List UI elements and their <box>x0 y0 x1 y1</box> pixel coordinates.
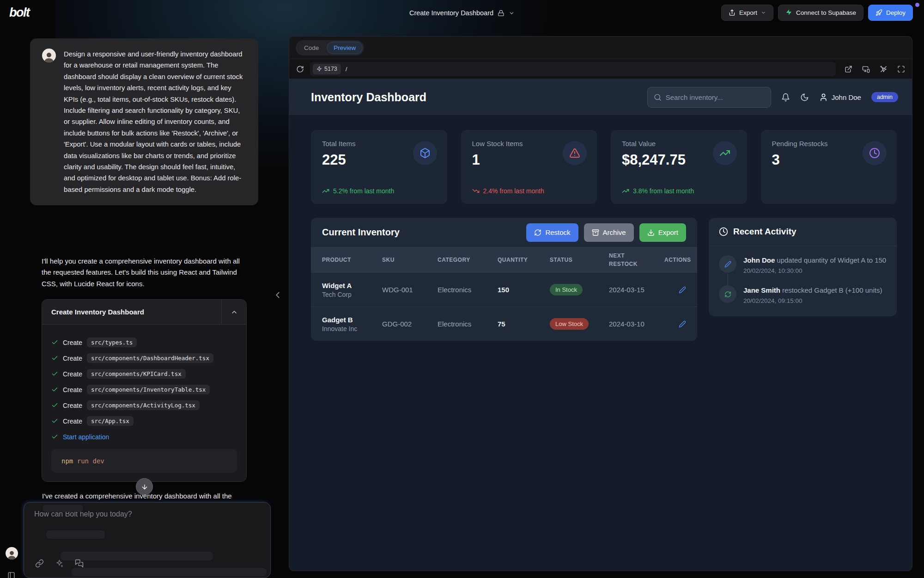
check-icon <box>51 339 58 346</box>
export-csv-button[interactable]: Export <box>639 223 686 242</box>
tab-preview[interactable]: Preview <box>327 42 363 54</box>
notification-dot <box>915 3 919 7</box>
assistant-followup-text: I've created a comprehensive inventory d… <box>42 492 251 500</box>
activity-time: 20/02/2024, 09:15:00 <box>743 297 882 304</box>
tab-code[interactable]: Code <box>297 42 326 54</box>
inventory-search-input[interactable] <box>666 93 765 101</box>
user-name: John Doe <box>832 93 861 101</box>
col-quantity: QUANTITY <box>498 257 550 263</box>
kpi-card-total-value: Total Value $8,247.75 3.8% from last mon… <box>611 130 747 204</box>
connect-supabase-button[interactable]: Connect to Supabase <box>778 5 863 21</box>
activity-actor: Jane Smith <box>743 286 780 294</box>
activity-actor: John Doe <box>743 256 775 264</box>
status-badge: Low Stock <box>550 318 589 330</box>
export-label: Export <box>739 9 757 16</box>
cell-category: Electronics <box>438 320 498 328</box>
file-chip[interactable]: src/App.tsx <box>87 416 134 426</box>
task-collapse-button[interactable] <box>221 300 246 324</box>
attach-link-icon[interactable] <box>35 559 44 568</box>
file-chip[interactable]: src/types.ts <box>87 338 137 347</box>
kpi-card-pending-restocks: Pending Restocks 3 <box>761 130 897 204</box>
step-action: Create <box>63 402 82 409</box>
command-args: run dev <box>77 457 104 465</box>
table-header-row: PRODUCT SKU CATEGORY QUANTITY STATUS NEX… <box>311 247 697 272</box>
fullscreen-icon[interactable] <box>897 65 905 73</box>
cell-next-restock: 2024-03-10 <box>609 320 664 328</box>
port-pill[interactable]: 5173 <box>313 64 341 74</box>
user-icon <box>819 93 828 102</box>
file-chip[interactable]: src/components/InventoryTable.tsx <box>87 385 210 394</box>
trend-down-icon <box>472 187 480 195</box>
account-avatar[interactable] <box>6 547 18 560</box>
archive-label: Archive <box>603 228 626 236</box>
edit-pencil-icon[interactable] <box>679 320 686 328</box>
lock-icon <box>498 10 505 17</box>
product-supplier: Innovate Inc <box>322 325 382 332</box>
user-menu[interactable]: John Doe <box>819 93 861 102</box>
kpi-trend-text: 5.2% from last month <box>333 187 394 195</box>
start-application-step[interactable]: Start application <box>51 431 237 443</box>
kpi-trend-text: 3.8% from last month <box>633 187 694 195</box>
command-npm: npm <box>61 457 73 465</box>
file-chip[interactable]: src/components/ActivityLog.tsx <box>87 400 200 410</box>
task-step: Create src/components/KPICard.tsx <box>51 368 237 380</box>
kpi-card-low-stock: Low Stock Items 1 2.4% from last month <box>461 130 597 204</box>
file-chip[interactable]: src/components/KPICard.tsx <box>87 369 186 379</box>
task-step: Create src/components/ActivityLog.tsx <box>51 400 237 411</box>
notifications-bell-icon[interactable] <box>781 93 790 102</box>
product-supplier: Tech Corp <box>322 291 382 298</box>
chevron-down-icon[interactable] <box>509 10 515 16</box>
alert-triangle-icon <box>563 141 587 165</box>
terminal-command-block: npm run dev <box>51 449 237 473</box>
export-button[interactable]: Export <box>721 5 773 21</box>
url-input[interactable]: 5173 / <box>310 62 836 76</box>
clock-icon <box>863 141 887 165</box>
check-icon <box>51 355 58 362</box>
deploy-button[interactable]: Deploy <box>868 5 913 21</box>
chat-input[interactable]: How can Bolt help you today? <box>24 502 271 578</box>
chat-collapse-handle[interactable] <box>273 290 283 300</box>
supabase-bolt-icon <box>785 9 792 17</box>
cell-quantity[interactable]: 75 <box>498 320 550 328</box>
redacted-text <box>72 568 267 576</box>
top-bar: bolt Create Inventory Dashboard Export C… <box>0 0 924 26</box>
search-icon <box>654 93 662 101</box>
product-name: Widget A <box>322 282 382 289</box>
dashboard-header: Inventory Dashboard John Doe admin <box>289 79 912 115</box>
bolt-logo[interactable]: bolt <box>9 6 29 20</box>
restock-button[interactable]: Restock <box>526 223 578 242</box>
preview-url-bar: 5173 / <box>289 59 912 79</box>
chat-mode-icon[interactable] <box>75 559 84 568</box>
chevron-down-icon <box>761 10 766 15</box>
responsive-devices-icon[interactable] <box>862 65 870 73</box>
project-title-group[interactable]: Create Inventory Dashboard <box>409 0 515 26</box>
file-chip[interactable]: src/components/DashboardHeader.tsx <box>87 353 213 363</box>
cell-quantity[interactable]: 150 <box>498 286 550 294</box>
redacted-text <box>46 530 105 539</box>
check-icon <box>51 402 58 409</box>
task-step: Create src/components/DashboardHeader.ts… <box>51 352 237 364</box>
archive-button[interactable]: Archive <box>584 223 634 242</box>
check-icon <box>51 370 58 377</box>
step-action: Create <box>63 418 82 425</box>
inventory-search[interactable] <box>647 87 771 108</box>
col-next-restock: NEXT RESTOCK <box>609 252 641 268</box>
trend-up-icon <box>622 187 629 195</box>
activity-text: restocked Gadget B (+100 units) <box>782 286 882 294</box>
sidebar-toggle-icon[interactable] <box>7 572 15 578</box>
clock-icon <box>719 227 728 236</box>
step-action: Create <box>63 370 82 378</box>
open-external-icon[interactable] <box>845 65 852 73</box>
enhance-prompt-icon[interactable] <box>55 559 64 568</box>
user-message-card: Design a responsive and user-friendly in… <box>30 38 258 205</box>
recent-activity-card: Recent Activity John Doeupdated quantity… <box>709 218 897 316</box>
url-path: / <box>346 66 347 73</box>
dark-mode-toggle-icon[interactable] <box>800 93 809 102</box>
reload-icon[interactable] <box>296 65 304 73</box>
check-icon <box>51 418 58 424</box>
edit-pencil-icon[interactable] <box>679 286 686 294</box>
inspect-off-icon[interactable] <box>880 65 888 73</box>
arrow-down-icon <box>141 483 148 491</box>
task-card: Create Inventory Dashboard Create src/ty… <box>42 299 247 482</box>
check-icon <box>51 386 58 393</box>
